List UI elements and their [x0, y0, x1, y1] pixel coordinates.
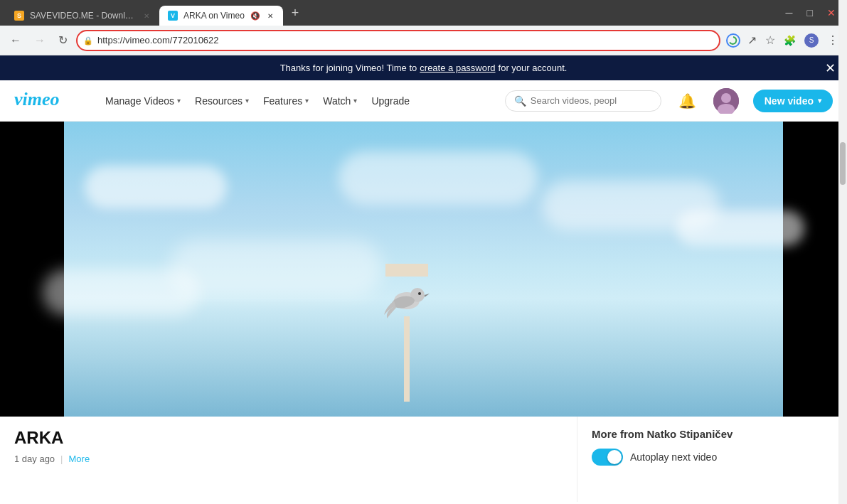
new-video-button[interactable]: New video ▾ [753, 90, 833, 112]
tab-favicon-1: S [14, 11, 24, 21]
nav-watch-label: Watch [323, 95, 351, 107]
browser-actions: ↗ ☆ 🧩 S ⋮ [725, 31, 841, 50]
video-title: ARKA [14, 428, 563, 448]
address-bar[interactable] [76, 30, 720, 51]
search-box: 🔍 [505, 90, 661, 112]
scrollbar[interactable] [838, 0, 847, 504]
notification-bell-button[interactable]: 🔔 [676, 90, 699, 112]
share-button[interactable]: ↗ [745, 31, 760, 50]
more-link[interactable]: More [69, 454, 90, 464]
google-icon [725, 32, 742, 49]
nav-watch[interactable]: Watch ▾ [317, 91, 363, 111]
notification-bar: Thanks for joining Vimeo! Time to create… [0, 55, 847, 80]
forward-button[interactable]: → [30, 31, 50, 50]
manage-videos-chevron: ▾ [177, 97, 181, 104]
notification-text: Thanks for joining Vimeo! Time to [280, 63, 417, 73]
autoplay-label: Autoplay next video [630, 451, 717, 463]
toggle-knob [607, 450, 622, 464]
video-meta: 1 day ago | More [14, 454, 563, 464]
reload-button[interactable]: ↻ [54, 31, 72, 50]
watch-chevron: ▾ [353, 97, 357, 104]
tab-close-2[interactable]: ✕ [266, 11, 275, 21]
bookmark-button[interactable]: ☆ [762, 31, 778, 50]
search-icon: 🔍 [514, 95, 526, 107]
svg-point-0 [727, 34, 740, 47]
svg-point-8 [418, 292, 421, 295]
nav-manage-videos-label: Manage Videos [105, 95, 174, 107]
new-video-chevron: ▾ [818, 97, 821, 104]
features-chevron: ▾ [305, 97, 309, 104]
nav-resources-label: Resources [195, 95, 243, 107]
autoplay-row: Autoplay next video [592, 449, 833, 466]
sidebar-title: More from Natko Stipaničev [592, 428, 833, 440]
browser-window: S SAVEVIDEO.ME - Download from... ✕ V AR… [0, 0, 847, 502]
nav-manage-videos[interactable]: Manage Videos ▾ [100, 91, 186, 111]
video-info: ARKA 1 day ago | More [0, 417, 577, 502]
window-controls: ─ □ ✕ [780, 4, 841, 21]
user-avatar[interactable] [713, 88, 739, 114]
maximize-button[interactable]: □ [801, 4, 819, 21]
tab-bar: S SAVEVIDEO.ME - Download from... ✕ V AR… [0, 0, 847, 26]
video-player[interactable] [0, 122, 847, 417]
scrollbar-thumb[interactable] [840, 142, 846, 185]
vimeo-logo[interactable]: vimeo [14, 88, 78, 113]
address-bar-container: 🔒 [76, 30, 720, 51]
tab-vimeo[interactable]: V ARKA on Vimeo 🔇 ✕ [159, 6, 283, 26]
back-button[interactable]: ← [6, 31, 26, 50]
bird-on-pole [378, 264, 435, 402]
nav-bar: ← → ↻ 🔒 ↗ ☆ 🧩 S ⋮ [0, 26, 847, 55]
lock-icon: 🔒 [83, 36, 93, 45]
svg-point-3 [721, 93, 731, 103]
svg-marker-7 [425, 294, 430, 297]
autoplay-toggle[interactable] [592, 449, 623, 466]
svg-text:vimeo: vimeo [14, 89, 60, 108]
nav-resources[interactable]: Resources ▾ [189, 91, 255, 111]
resources-chevron: ▾ [245, 97, 249, 104]
nav-features[interactable]: Features ▾ [257, 91, 314, 111]
new-video-label: New video [765, 95, 814, 107]
sidebar-panel: More from Natko Stipaničev Autoplay next… [577, 417, 847, 502]
tab-savevideo[interactable]: S SAVEVIDEO.ME - Download from... ✕ [6, 6, 159, 26]
search-input[interactable] [531, 95, 644, 106]
meta-separator: | [60, 454, 63, 464]
nav-upgrade-label: Upgrade [371, 95, 410, 107]
new-tab-button[interactable]: + [286, 6, 305, 21]
nav-features-label: Features [263, 95, 302, 107]
minimize-button[interactable]: ─ [780, 4, 799, 21]
bottom-section: ARKA 1 day ago | More More from Natko St… [0, 417, 847, 502]
bird-sign [385, 264, 428, 277]
tab-title-2: ARKA on Vimeo [183, 11, 245, 21]
tab-mute-icon[interactable]: 🔇 [250, 11, 260, 21]
notification-close-button[interactable]: ✕ [825, 60, 836, 76]
extensions-button[interactable]: 🧩 [781, 32, 799, 49]
video-posted-time: 1 day ago [14, 454, 55, 464]
notification-text-after: for your account. [499, 63, 568, 73]
bird-svg [378, 279, 435, 322]
notification-link[interactable]: create a password [420, 63, 495, 73]
nav-links: Manage Videos ▾ Resources ▾ Features ▾ W… [100, 91, 415, 111]
vimeo-header: vimeo Manage Videos ▾ Resources ▾ Featur… [0, 80, 847, 122]
tab-favicon-2: V [168, 11, 178, 21]
bird-pole [404, 316, 410, 402]
profile-button[interactable]: S [801, 31, 821, 50]
tab-title-1: SAVEVIDEO.ME - Download from... [30, 11, 137, 21]
nav-upgrade[interactable]: Upgrade [366, 91, 415, 111]
tab-close-1[interactable]: ✕ [142, 11, 151, 21]
